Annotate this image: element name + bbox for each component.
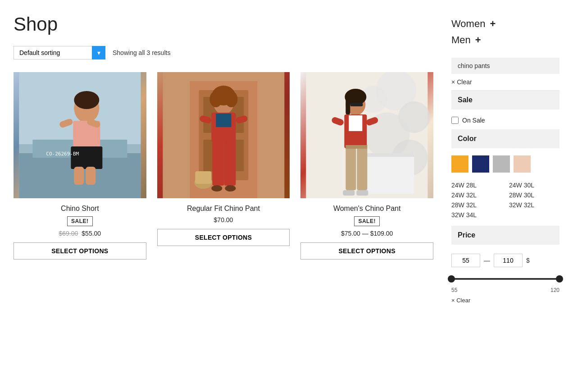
on-sale-checkbox[interactable] — [451, 117, 459, 124]
size-option-28w30l[interactable]: 28W 30L — [509, 191, 559, 199]
select-options-btn-1[interactable]: Select options — [14, 242, 146, 260]
svg-rect-9 — [74, 167, 84, 185]
svg-rect-54 — [350, 103, 363, 106]
sidebar-women-plus-icon: + — [490, 18, 496, 30]
on-sale-row: On Sale — [451, 115, 559, 129]
size-option-28w32l[interactable]: 28W 32L — [451, 201, 502, 209]
color-filter-section: Color — [451, 129, 559, 180]
svg-rect-26 — [216, 114, 231, 127]
product-name-1: Chino Short — [61, 205, 99, 213]
product-card-2: Regular Fit Chino Pant $70.00 Select opt… — [157, 72, 290, 260]
size-options: 24W 28L 24W 30L 24W 32L 28W 30L 28W 32L … — [451, 180, 559, 226]
color-swatch-navy[interactable] — [472, 155, 489, 173]
sidebar: Women + Men + × Clear Sale On Sale Color — [451, 14, 559, 304]
price-min-input[interactable] — [451, 254, 480, 267]
sidebar-item-men[interactable]: Men + — [451, 34, 559, 46]
price-sale-1: $55.00 — [82, 230, 101, 237]
search-input[interactable] — [451, 58, 559, 74]
color-swatches — [451, 154, 559, 180]
svg-point-23 — [209, 91, 222, 107]
product-card-3: Women's Chino Pant SALE! $75.00 — $109.0… — [300, 72, 433, 260]
svg-rect-42 — [360, 153, 414, 157]
size-option-32w32l[interactable]: 32W 32L — [509, 201, 559, 209]
svg-point-31 — [211, 185, 222, 191]
size-option-24w28l[interactable]: 24W 28L — [451, 182, 502, 189]
price-currency: $ — [526, 257, 530, 264]
svg-rect-28 — [224, 141, 236, 186]
svg-point-11 — [74, 91, 99, 109]
on-sale-label: On Sale — [462, 117, 485, 124]
product-image-3 — [300, 72, 433, 198]
svg-rect-49 — [346, 147, 356, 190]
price-slider-fill — [451, 278, 559, 280]
svg-rect-27 — [212, 141, 224, 186]
sort-select-wrapper: Default sortingSort by popularitySort by… — [14, 46, 105, 59]
select-options-btn-2[interactable]: Select options — [157, 229, 290, 246]
price-original-1: $69.00 — [59, 230, 78, 237]
svg-rect-34 — [195, 171, 211, 184]
price-slider-thumb-max[interactable] — [556, 275, 563, 283]
clear-label: Clear — [457, 78, 472, 86]
sort-select[interactable]: Default sortingSort by popularitySort by… — [14, 46, 105, 59]
svg-rect-46 — [357, 94, 364, 99]
svg-rect-51 — [346, 145, 368, 149]
select-options-btn-3[interactable]: Select options — [300, 242, 433, 260]
price-clear-button[interactable]: × Clear — [451, 297, 559, 304]
price-range-labels: 55 120 — [451, 287, 559, 293]
size-option-24w32l[interactable]: 24W 32L — [451, 191, 502, 199]
svg-text:CO-26269-BM: CO-26269-BM — [46, 151, 79, 157]
svg-rect-6 — [71, 146, 102, 169]
price-range-3: $75.00 — $109.00 — [341, 230, 393, 237]
svg-point-24 — [225, 91, 237, 107]
svg-rect-41 — [360, 153, 414, 194]
color-swatch-silver[interactable] — [493, 155, 510, 173]
price-wrapper-1: $69.00 $55.00 — [59, 230, 101, 237]
products-grid: CO-26269-BM Chino Short SALE! $69.00 $55… — [14, 72, 433, 260]
sale-badge-1: SALE! — [67, 216, 93, 226]
size-filter-section: 24W 28L 24W 30L 24W 32L 28W 30L 28W 32L … — [451, 180, 559, 226]
clear-filter[interactable]: × Clear — [451, 74, 559, 91]
price-range-label-min: 55 — [451, 287, 457, 293]
sidebar-item-women[interactable]: Women + — [451, 18, 559, 30]
page-title: Shop — [14, 14, 433, 35]
product-image-2 — [157, 72, 290, 198]
main-content: Shop Default sortingSort by popularitySo… — [14, 14, 433, 304]
svg-rect-10 — [86, 167, 96, 185]
price-filter-section: Price — $ 55 120 × Clear — [451, 226, 559, 304]
price-regular-2: $70.00 — [214, 216, 233, 223]
svg-point-32 — [225, 185, 236, 191]
sidebar-men-label: Men — [451, 34, 471, 46]
size-option-24w30l[interactable]: 24W 30L — [509, 182, 559, 189]
product-card-1: CO-26269-BM Chino Short SALE! $69.00 $55… — [14, 72, 146, 260]
price-filter-header: Price — [451, 226, 559, 245]
results-count: Showing all 3 results — [113, 49, 170, 56]
sale-filter-header: Sale — [451, 91, 559, 109]
price-range-label-max: 120 — [550, 287, 559, 293]
product-name-2: Regular Fit Chino Pant — [187, 205, 260, 213]
product-name-3: Women's Chino Pant — [333, 205, 401, 213]
toolbar: Default sortingSort by popularitySort by… — [14, 46, 433, 59]
price-slider-thumb-min[interactable] — [448, 275, 455, 283]
price-dash: — — [484, 257, 490, 264]
svg-rect-55 — [343, 190, 355, 196]
svg-rect-50 — [357, 147, 368, 190]
sidebar-women-label: Women — [451, 18, 485, 30]
sidebar-men-plus-icon: + — [475, 34, 481, 46]
sale-badge-3: SALE! — [354, 216, 380, 226]
color-swatch-gold[interactable] — [451, 155, 468, 173]
clear-x-icon: × — [451, 78, 455, 86]
size-option-32w34l[interactable]: 32W 34L — [451, 211, 502, 219]
price-slider-wrapper[interactable] — [451, 274, 559, 283]
price-slider-track — [451, 278, 559, 280]
sale-filter-section: Sale On Sale — [451, 91, 559, 129]
svg-rect-45 — [346, 97, 350, 115]
svg-rect-56 — [357, 190, 368, 196]
svg-rect-48 — [349, 115, 363, 131]
color-swatch-peach[interactable] — [514, 155, 531, 173]
price-max-input[interactable] — [494, 254, 523, 267]
color-filter-header: Color — [451, 129, 559, 148]
product-image-1: CO-26269-BM — [14, 72, 146, 198]
price-inputs: — $ — [451, 250, 559, 274]
